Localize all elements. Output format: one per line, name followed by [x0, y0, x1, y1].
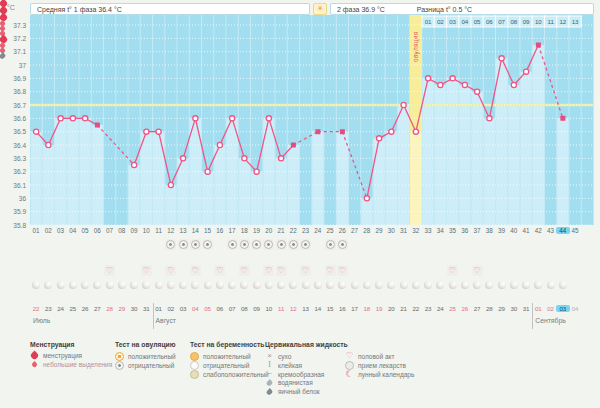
moon-cell-day-9[interactable]: [129, 279, 140, 290]
temp-marker-day-36[interactable]: [462, 82, 467, 87]
intercourse-cell-day-35[interactable]: ♡: [447, 265, 458, 276]
intercourse-cell-day-7[interactable]: ♡: [104, 265, 115, 276]
ovulation-test-cell-day-23[interactable]: [300, 239, 311, 250]
ovulation-test-cell-day-21[interactable]: [276, 239, 287, 250]
moon-cell-day-32[interactable]: [410, 279, 421, 290]
temp-bar-day-41[interactable]: [521, 72, 532, 225]
temp-bar-day-10[interactable]: [141, 132, 152, 225]
intercourse-cell-day-21[interactable]: ♡: [276, 265, 287, 276]
ovulation-test-cell-day-26[interactable]: [337, 239, 348, 250]
temp-bar-day-6[interactable]: [92, 125, 103, 225]
temp-marker-day-39[interactable]: [499, 56, 504, 61]
temp-marker-day-40[interactable]: [511, 82, 516, 87]
temp-marker-day-31[interactable]: [401, 102, 406, 107]
temp-marker-day-9[interactable]: [132, 162, 137, 167]
ovulation-test-cell-day-19[interactable]: [251, 239, 262, 250]
temp-bar-day-35[interactable]: [447, 78, 458, 225]
intercourse-cell-day-14[interactable]: ♡: [190, 265, 201, 276]
moon-cell-day-21[interactable]: [276, 279, 287, 290]
temp-bar-day-39[interactable]: [496, 58, 507, 225]
temp-bar-day-21[interactable]: [276, 158, 287, 225]
moon-cell-day-42[interactable]: [533, 279, 544, 290]
moon-cell-day-40[interactable]: [508, 279, 519, 290]
moon-cell-day-4[interactable]: [67, 279, 78, 290]
date-cell-day-45[interactable]: 04: [568, 305, 582, 312]
temp-marker-day-19[interactable]: [254, 169, 259, 174]
temp-marker-day-32[interactable]: [413, 129, 418, 134]
intercourse-cell-day-10[interactable]: ♡: [141, 265, 152, 276]
temp-marker-day-38[interactable]: [487, 116, 492, 121]
temp-marker-day-29[interactable]: [377, 136, 382, 141]
temp-marker-day-21[interactable]: [279, 156, 284, 161]
intercourse-cell-day-20[interactable]: ♡: [263, 265, 274, 276]
ovulation-test-cell-day-25[interactable]: [325, 239, 336, 250]
moon-cell-day-41[interactable]: [521, 279, 532, 290]
ovulation-test-cell-day-17[interactable]: [227, 239, 238, 250]
ovulation-test-cell-day-18[interactable]: [239, 239, 250, 250]
moon-cell-day-12[interactable]: [165, 279, 176, 290]
temp-marker-square-day-22[interactable]: [291, 143, 296, 148]
temp-marker-day-5[interactable]: [83, 116, 88, 121]
intercourse-cell-day-12[interactable]: ♡: [165, 265, 176, 276]
temp-marker-day-15[interactable]: [205, 169, 210, 174]
temp-bar-day-30[interactable]: [386, 132, 397, 225]
intercourse-cell-day-37[interactable]: ♡: [472, 265, 483, 276]
intercourse-cell-day-18[interactable]: ♡: [239, 265, 250, 276]
moon-cell-day-28[interactable]: [361, 279, 372, 290]
moon-cell-day-2[interactable]: [43, 279, 54, 290]
moon-cell-day-3[interactable]: [55, 279, 66, 290]
moon-cell-day-14[interactable]: [190, 279, 201, 290]
ovulation-test-cell-day-12[interactable]: [165, 239, 176, 250]
temp-bar-day-9[interactable]: [129, 165, 140, 225]
temp-bar-day-24[interactable]: [312, 132, 323, 225]
moon-cell-day-22[interactable]: [288, 279, 299, 290]
moon-cell-day-11[interactable]: [153, 279, 164, 290]
temp-marker-day-18[interactable]: [242, 156, 247, 161]
ovulation-test-cell-day-20[interactable]: [263, 239, 274, 250]
chart-svg[interactable]: овуляция01020304050607080910111213: [30, 15, 594, 225]
temp-bar-day-31[interactable]: [398, 105, 409, 225]
temp-bar-day-12[interactable]: [165, 185, 176, 225]
temp-marker-square-day-24[interactable]: [315, 129, 320, 134]
temp-marker-day-34[interactable]: [438, 82, 443, 87]
moon-cell-day-6[interactable]: [92, 279, 103, 290]
ovulation-test-cell-day-13[interactable]: [178, 239, 189, 250]
temp-marker-square-day-26[interactable]: [340, 129, 345, 134]
moon-cell-day-8[interactable]: [116, 279, 127, 290]
moon-cell-day-33[interactable]: [423, 279, 434, 290]
moon-cell-day-35[interactable]: [447, 279, 458, 290]
moon-cell-day-16[interactable]: [214, 279, 225, 290]
moon-cell-day-34[interactable]: [435, 279, 446, 290]
moon-cell-day-10[interactable]: [141, 279, 152, 290]
moon-cell-day-23[interactable]: [300, 279, 311, 290]
moon-cell-day-1[interactable]: [31, 279, 42, 290]
ovulation-test-cell-day-15[interactable]: [202, 239, 213, 250]
temp-marker-day-17[interactable]: [230, 116, 235, 121]
temp-marker-day-20[interactable]: [266, 116, 271, 121]
moon-cell-day-43[interactable]: [545, 279, 556, 290]
moon-cell-day-31[interactable]: [398, 279, 409, 290]
temp-bar-day-26[interactable]: [337, 132, 348, 225]
temp-bar-day-33[interactable]: [423, 78, 434, 225]
moon-cell-day-39[interactable]: [496, 279, 507, 290]
temp-marker-day-10[interactable]: [144, 129, 149, 134]
temp-marker-day-12[interactable]: [168, 182, 173, 187]
intercourse-cell-day-25[interactable]: ♡: [325, 265, 336, 276]
temp-marker-day-33[interactable]: [426, 76, 431, 81]
intercourse-cell-day-16[interactable]: ♡: [214, 265, 225, 276]
temp-marker-day-14[interactable]: [193, 116, 198, 121]
temp-marker-day-30[interactable]: [389, 129, 394, 134]
moon-cell-day-37[interactable]: [472, 279, 483, 290]
moon-cell-day-5[interactable]: [80, 279, 91, 290]
temp-bar-day-11[interactable]: [153, 132, 164, 225]
moon-cell-day-18[interactable]: [239, 279, 250, 290]
moon-cell-day-19[interactable]: [251, 279, 262, 290]
moon-cell-day-13[interactable]: [178, 279, 189, 290]
moon-cell-day-24[interactable]: [312, 279, 323, 290]
ovulation-test-cell-day-22[interactable]: [288, 239, 299, 250]
moon-cell-day-7[interactable]: [104, 279, 115, 290]
temp-marker-day-16[interactable]: [217, 142, 222, 147]
temp-marker-day-2[interactable]: [46, 142, 51, 147]
moon-cell-day-17[interactable]: [227, 279, 238, 290]
ovulation-test-cell-day-14[interactable]: [190, 239, 201, 250]
